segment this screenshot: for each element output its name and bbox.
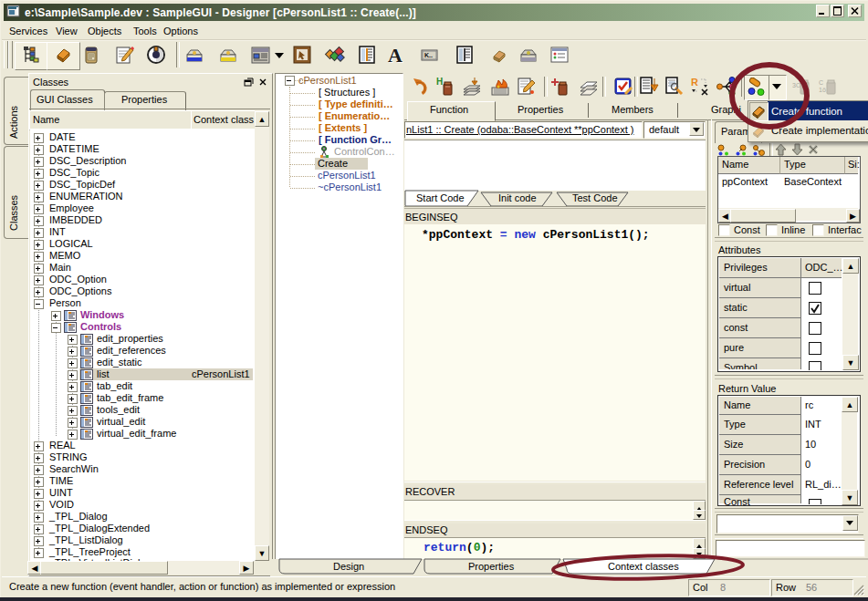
svg-text:H: H bbox=[436, 77, 443, 87]
svg-text:K..: K.. bbox=[424, 52, 433, 58]
svg-text:C: C bbox=[819, 79, 823, 86]
svg-text:R: R bbox=[691, 77, 698, 88]
svg-text:1ö: 1ö bbox=[819, 87, 826, 93]
